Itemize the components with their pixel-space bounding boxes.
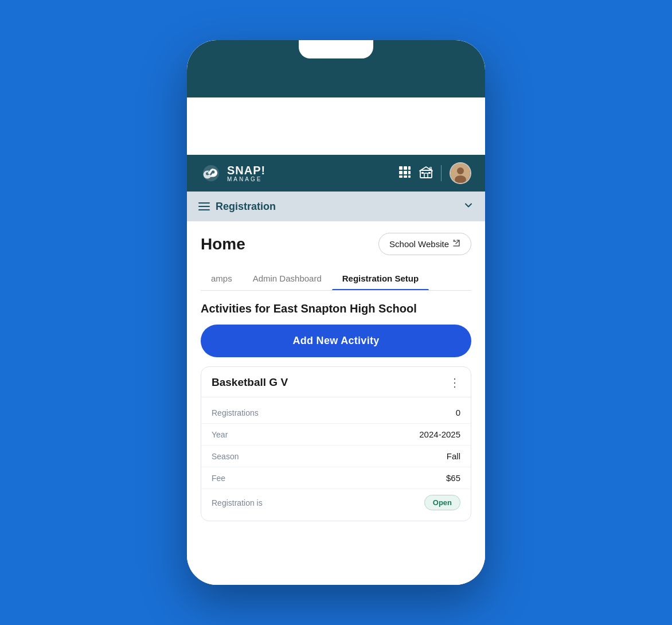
more-options-icon[interactable]: ⋮ [449, 377, 460, 388]
header-right [398, 162, 471, 184]
svg-rect-3 [399, 171, 403, 174]
phone-top-bar [187, 40, 485, 97]
logo-text: SNAP! MANAGE [227, 165, 265, 182]
phone-screen: SNAP! MANAGE [187, 97, 485, 585]
detail-row-fee: Fee $65 [201, 467, 471, 489]
school-website-label: School Website [389, 239, 449, 249]
svg-rect-7 [404, 175, 407, 178]
svg-rect-6 [399, 175, 403, 178]
season-label: Season [212, 452, 239, 461]
tabs-area: amps Admin Dashboard Registration Setup [201, 267, 471, 291]
status-badge: Open [424, 495, 460, 510]
svg-rect-8 [408, 175, 411, 178]
phone-notch [299, 40, 373, 58]
activity-name: Basketball G V [212, 376, 288, 389]
tab-admin-dashboard[interactable]: Admin Dashboard [243, 267, 332, 290]
season-value: Fall [447, 451, 460, 461]
activity-details: Registrations 0 Year 2024-2025 Season Fa… [201, 397, 471, 521]
year-value: 2024-2025 [419, 429, 460, 439]
header-divider [441, 165, 442, 181]
logo-manage-text: MANAGE [227, 176, 265, 182]
section-title: Activities for East Snapton High School [201, 302, 471, 315]
fee-label: Fee [212, 474, 225, 483]
year-label: Year [212, 430, 228, 439]
svg-rect-0 [399, 166, 403, 170]
tab-admin-label: Admin Dashboard [253, 274, 322, 283]
add-new-activity-button[interactable]: Add New Activity [201, 325, 471, 357]
svg-rect-4 [404, 171, 407, 174]
detail-row-year: Year 2024-2025 [201, 424, 471, 446]
external-link-icon [452, 239, 460, 249]
tab-amps-label: amps [211, 274, 232, 283]
building-icon[interactable] [419, 166, 433, 181]
detail-row-registration-status: Registration is Open [201, 489, 471, 516]
hamburger-icon[interactable] [198, 202, 210, 210]
avatar-image [451, 163, 470, 183]
page-header: Home School Website [201, 233, 471, 255]
activity-card-header: Basketball G V ⋮ [201, 367, 471, 397]
chevron-down-icon[interactable] [463, 200, 474, 213]
nav-left: Registration [198, 201, 276, 213]
detail-row-season: Season Fall [201, 446, 471, 467]
logo-area: SNAP! MANAGE [201, 163, 265, 183]
svg-rect-1 [404, 166, 407, 170]
svg-rect-11 [421, 172, 424, 174]
tab-registration-label: Registration Setup [342, 274, 419, 283]
avatar[interactable] [450, 162, 471, 184]
activity-card: Basketball G V ⋮ Registrations 0 Year 20… [201, 366, 471, 521]
content-area: Home School Website amps Admin Dashboard [187, 221, 485, 585]
grid-icon[interactable] [398, 166, 411, 181]
fee-value: $65 [446, 473, 460, 483]
svg-point-15 [457, 167, 464, 174]
page-title: Home [201, 235, 245, 253]
snap-logo-icon [201, 163, 221, 183]
phone-frame: SNAP! MANAGE [187, 40, 485, 585]
svg-rect-10 [424, 173, 428, 178]
svg-rect-9 [420, 170, 432, 178]
tab-amps[interactable]: amps [201, 267, 243, 290]
logo-snap-text: SNAP! [227, 165, 265, 176]
svg-rect-12 [428, 172, 431, 174]
nav-title-text: Registration [216, 201, 276, 213]
app-header: SNAP! MANAGE [187, 155, 485, 192]
registration-is-label: Registration is [212, 498, 263, 507]
registrations-value: 0 [456, 408, 460, 417]
detail-row-registrations: Registrations 0 [201, 402, 471, 424]
registrations-label: Registrations [212, 408, 259, 417]
svg-rect-5 [408, 171, 411, 174]
tab-registration-setup[interactable]: Registration Setup [332, 267, 429, 290]
nav-bar: Registration [187, 192, 485, 221]
svg-rect-2 [408, 166, 411, 170]
school-website-button[interactable]: School Website [378, 233, 471, 255]
